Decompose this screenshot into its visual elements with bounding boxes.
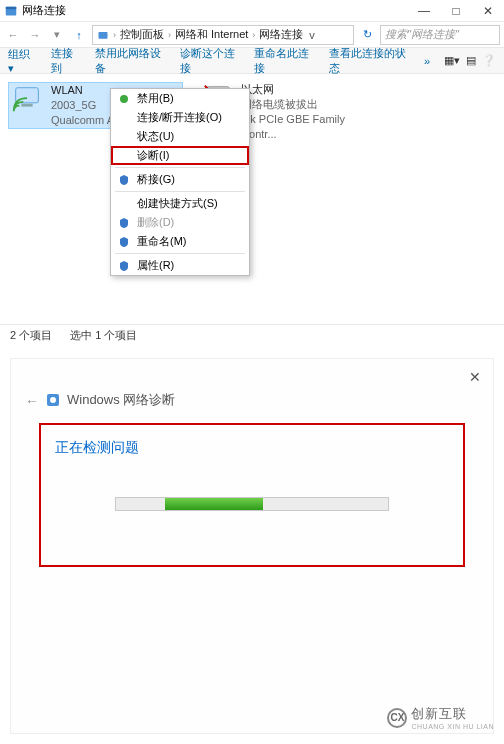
toolbar: 组织 ▾ 连接到 禁用此网络设备 诊断这个连接 重命名此连接 查看此连接的状态 … <box>0 48 504 74</box>
ctx-shortcut[interactable]: 创建快捷方式(S) <box>111 194 249 213</box>
shield-icon <box>117 235 131 249</box>
content-area: WLAN 2003_5G Qualcomm Ath... 以太网 网络电缆被拔出… <box>0 74 504 324</box>
svg-point-8 <box>120 95 128 103</box>
titlebar: 网络连接 — □ ✕ <box>0 0 504 22</box>
ctx-label: 属性(R) <box>137 258 174 273</box>
chevron-right-icon: › <box>250 30 257 40</box>
blank-icon <box>117 130 131 144</box>
crumb-2[interactable]: 网络连接 <box>259 27 303 42</box>
ctx-label: 诊断(I) <box>137 148 169 163</box>
view-icon[interactable]: ▦▾ <box>444 54 460 67</box>
disable-icon <box>117 92 131 106</box>
shield-icon <box>117 259 131 273</box>
close-button[interactable]: ✕ <box>472 1 504 21</box>
forward-arrow[interactable]: → <box>26 26 44 44</box>
navbar: ← → ▾ ↑ › 控制面板 › 网络和 Internet › 网络连接 v ↻… <box>0 22 504 48</box>
statusbar: 2 个项目 选中 1 个项目 <box>0 324 504 346</box>
window-title: 网络连接 <box>22 3 66 18</box>
svg-point-10 <box>50 397 56 403</box>
ctx-label: 连接/断开连接(O) <box>137 110 222 125</box>
blank-icon <box>117 111 131 125</box>
crumb-1[interactable]: 网络和 Internet <box>175 27 248 42</box>
conn-sub2: ...k PCIe GBE Family Contr... <box>241 112 376 142</box>
folder-icon <box>97 29 109 41</box>
ctx-rename[interactable]: 重命名(M) <box>111 232 249 251</box>
ctx-delete[interactable]: 删除(D) <box>111 213 249 232</box>
title-controls: — □ ✕ <box>408 1 504 21</box>
minimize-button[interactable]: — <box>408 1 440 21</box>
context-menu: 禁用(B) 连接/断开连接(O) 状态(U) 诊断(I) 桥接(G) 创建快捷方… <box>110 88 250 276</box>
conn-sub1: 网络电缆被拔出 <box>241 97 376 112</box>
wifi-icon <box>9 83 45 119</box>
tb-more[interactable]: » <box>424 55 430 67</box>
item-count: 2 个项目 <box>10 328 52 343</box>
ctx-status[interactable]: 状态(U) <box>111 127 249 146</box>
ctx-bridge[interactable]: 桥接(G) <box>111 170 249 189</box>
diag-back-button[interactable]: ← <box>25 393 39 409</box>
watermark-text2: CHUANG XIN HU LIAN <box>411 723 494 730</box>
ctx-label: 重命名(M) <box>137 234 187 249</box>
search-input[interactable]: 搜索"网络连接" <box>380 25 500 45</box>
shield-icon <box>117 173 131 187</box>
progress-bar <box>115 497 389 511</box>
ctx-diagnose[interactable]: 诊断(I) <box>111 146 249 165</box>
separator <box>115 253 245 254</box>
blank-icon <box>117 149 131 163</box>
separator <box>115 191 245 192</box>
svg-rect-2 <box>99 32 108 39</box>
window-icon <box>4 4 18 18</box>
refresh-icon[interactable]: ↻ <box>358 26 376 44</box>
watermark-logo-icon: CX <box>387 708 407 728</box>
conn-name: 以太网 <box>241 82 376 97</box>
ctx-connect[interactable]: 连接/断开连接(O) <box>111 108 249 127</box>
chevron-down-icon[interactable]: v <box>305 29 319 41</box>
diag-title-text: Windows 网络诊断 <box>67 391 175 409</box>
watermark-text1: 创新互联 <box>411 705 494 723</box>
separator <box>115 167 245 168</box>
ctx-label: 状态(U) <box>137 129 174 144</box>
search-placeholder: 搜索"网络连接" <box>385 27 459 42</box>
chevron-right-icon: › <box>111 30 118 40</box>
connection-text: 以太网 网络电缆被拔出 ...k PCIe GBE Family Contr..… <box>241 82 376 141</box>
toolbar-right: ▦▾ ▤ ❔ <box>444 54 496 67</box>
progress-fill <box>165 498 263 510</box>
diag-close-button[interactable]: ✕ <box>469 369 481 385</box>
help-icon[interactable]: ❔ <box>482 54 496 67</box>
ctx-label: 禁用(B) <box>137 91 174 106</box>
tb-disable[interactable]: 禁用此网络设备 <box>95 46 166 76</box>
diagnostic-icon <box>45 392 61 408</box>
diagnostic-dialog: ✕ ← Windows 网络诊断 正在检测问题 <box>10 358 494 734</box>
ctx-disable[interactable]: 禁用(B) <box>111 89 249 108</box>
tb-status[interactable]: 查看此连接的状态 <box>329 46 410 76</box>
breadcrumb[interactable]: › 控制面板 › 网络和 Internet › 网络连接 v <box>92 25 354 45</box>
tb-diagnose[interactable]: 诊断这个连接 <box>180 46 241 76</box>
ctx-properties[interactable]: 属性(R) <box>111 256 249 275</box>
svg-rect-4 <box>21 104 32 107</box>
maximize-button[interactable]: □ <box>440 1 472 21</box>
details-icon[interactable]: ▤ <box>466 54 476 67</box>
back-arrow[interactable]: ← <box>4 26 22 44</box>
ctx-label: 桥接(G) <box>137 172 175 187</box>
diag-header: Windows 网络诊断 <box>11 359 493 423</box>
tb-connect[interactable]: 连接到 <box>51 46 81 76</box>
watermark: CX 创新互联 CHUANG XIN HU LIAN <box>387 705 494 730</box>
selection-count: 选中 1 个项目 <box>70 328 137 343</box>
chevron-right-icon: › <box>166 30 173 40</box>
diag-highlight-box: 正在检测问题 <box>39 423 465 567</box>
tb-organize[interactable]: 组织 ▾ <box>8 47 37 75</box>
up-arrow[interactable]: ↑ <box>70 26 88 44</box>
tb-rename[interactable]: 重命名此连接 <box>254 46 315 76</box>
blank-icon <box>117 197 131 211</box>
ctx-label: 删除(D) <box>137 215 174 230</box>
diag-message: 正在检测问题 <box>55 439 449 457</box>
recent-arrow[interactable]: ▾ <box>48 26 66 44</box>
crumb-0[interactable]: 控制面板 <box>120 27 164 42</box>
shield-icon <box>117 216 131 230</box>
svg-rect-1 <box>6 6 17 9</box>
ctx-label: 创建快捷方式(S) <box>137 196 218 211</box>
